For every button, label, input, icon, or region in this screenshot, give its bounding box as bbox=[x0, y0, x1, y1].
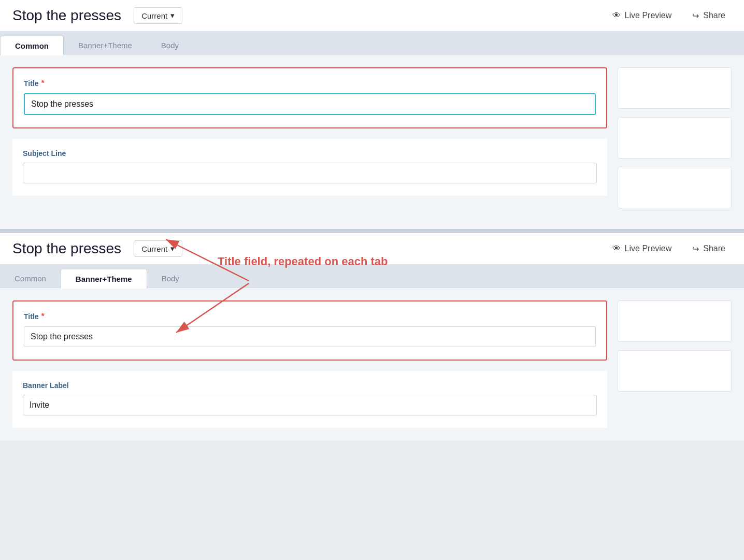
page-title: Stop the presses bbox=[12, 7, 121, 24]
banner-label-label: Banner Label bbox=[23, 381, 597, 390]
bottom-header: Stop the presses Current ▾ 👁 Live Previe… bbox=[0, 233, 744, 265]
subject-line-label: Subject Line bbox=[23, 149, 597, 157]
chevron-down-icon: ▾ bbox=[170, 11, 175, 20]
bottom-share-button[interactable]: ↪ Share bbox=[686, 241, 732, 257]
bottom-page-title: Stop the presses bbox=[12, 240, 121, 257]
bottom-tabs-bar: Common Banner+Theme Body bbox=[0, 265, 744, 288]
top-header: Stop the presses Current ▾ 👁 Live Previe… bbox=[0, 0, 744, 32]
version-dropdown[interactable]: Current ▾ bbox=[134, 7, 182, 24]
screen-divider bbox=[0, 229, 744, 233]
top-right-sidebar bbox=[618, 67, 732, 217]
subject-line-input[interactable] bbox=[23, 163, 597, 183]
version-label: Current bbox=[141, 11, 167, 20]
title-label-top: Title * bbox=[24, 79, 596, 88]
bottom-share-icon: ↪ bbox=[692, 244, 699, 254]
bottom-chevron-icon: ▾ bbox=[170, 244, 175, 253]
bottom-content-area: Title * Banner Label bbox=[0, 288, 744, 440]
bottom-main-form: Title * Banner Label bbox=[12, 300, 607, 428]
bottom-right-sidebar bbox=[618, 300, 732, 428]
top-tabs-bar: Common Banner+Theme Body bbox=[0, 32, 744, 55]
eye-icon: 👁 bbox=[612, 11, 621, 20]
title-input-bottom[interactable] bbox=[24, 326, 596, 347]
tab-body-bottom[interactable]: Body bbox=[147, 269, 194, 288]
bottom-screen: Stop the presses Current ▾ 👁 Live Previe… bbox=[0, 233, 744, 440]
top-screen: Stop the presses Current ▾ 👁 Live Previe… bbox=[0, 0, 744, 229]
bottom-version-dropdown[interactable]: Current ▾ bbox=[134, 240, 182, 257]
live-preview-button[interactable]: 👁 Live Preview bbox=[606, 8, 678, 23]
required-star-top: * bbox=[41, 79, 45, 88]
bottom-live-preview-button[interactable]: 👁 Live Preview bbox=[606, 241, 678, 256]
bottom-share-label: Share bbox=[703, 244, 725, 253]
title-field-card-top: Title * bbox=[12, 67, 607, 128]
subject-line-section-top: Subject Line bbox=[12, 139, 607, 196]
tab-common-top[interactable]: Common bbox=[0, 36, 64, 55]
bottom-sidebar-card-2 bbox=[618, 350, 732, 392]
share-label: Share bbox=[703, 11, 725, 20]
title-input-top[interactable] bbox=[24, 93, 596, 115]
bottom-eye-icon: 👁 bbox=[612, 244, 621, 253]
banner-label-section: Banner Label bbox=[12, 371, 607, 428]
bottom-sidebar-card-1 bbox=[618, 300, 732, 342]
sidebar-card-3 bbox=[618, 167, 732, 208]
share-button[interactable]: ↪ Share bbox=[686, 8, 732, 24]
bottom-live-preview-label: Live Preview bbox=[625, 244, 672, 253]
bottom-version-label: Current bbox=[141, 245, 167, 253]
sidebar-card-2 bbox=[618, 117, 732, 159]
tab-body-top[interactable]: Body bbox=[147, 36, 193, 55]
sidebar-card-1 bbox=[618, 67, 732, 109]
top-main-form: Title * Subject Line bbox=[12, 67, 607, 217]
top-content-area: Title * Subject Line bbox=[0, 55, 744, 229]
required-star-bottom: * bbox=[41, 312, 45, 321]
tab-common-bottom[interactable]: Common bbox=[0, 269, 61, 288]
banner-label-input[interactable] bbox=[23, 395, 597, 415]
live-preview-label: Live Preview bbox=[625, 11, 672, 20]
tab-banner-theme-top[interactable]: Banner+Theme bbox=[64, 36, 147, 55]
share-icon: ↪ bbox=[692, 11, 699, 21]
tab-banner-theme-bottom[interactable]: Banner+Theme bbox=[61, 269, 147, 289]
title-field-card-bottom: Title * bbox=[12, 300, 607, 361]
title-label-bottom: Title * bbox=[24, 312, 596, 321]
